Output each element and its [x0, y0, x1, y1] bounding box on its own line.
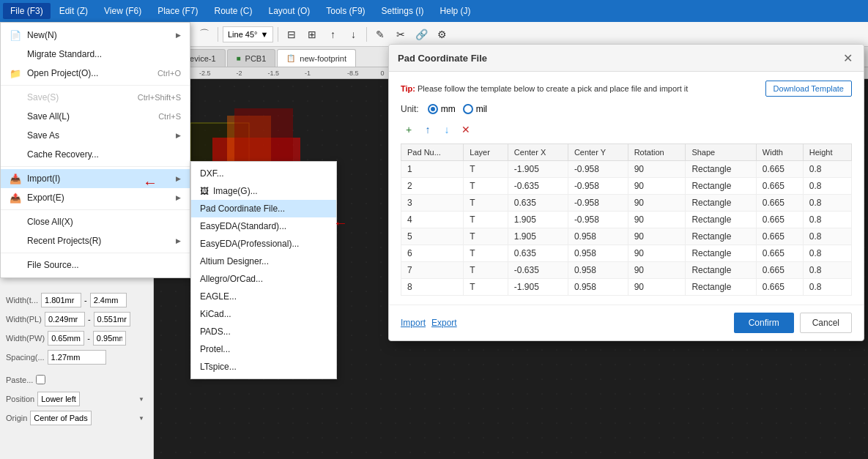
chevron-down-icon: ▼: [261, 30, 269, 39]
tab-pcb[interactable]: ■ PCB1: [227, 49, 276, 67]
mm-label: mm: [441, 104, 456, 114]
cell-shape-5: Rectangle: [686, 245, 756, 262]
dialog-title: Pad Coordinate File: [398, 53, 487, 64]
import-easyeda-std[interactable]: EasyEDA(Standard)...: [191, 217, 336, 235]
line-mode-dropdown[interactable]: Line 45° ▼: [223, 26, 273, 42]
file-menu-closeall[interactable]: Close All(X): [1, 212, 190, 231]
table-down-button[interactable]: ↓: [439, 122, 455, 138]
recent-icon: [10, 235, 21, 247]
file-menu-migrate[interactable]: Migrate Standard...: [1, 45, 190, 64]
file-menu-import[interactable]: 📥 Import(I): [1, 169, 190, 188]
unit-mil-radio[interactable]: mil: [463, 104, 487, 114]
file-menu-source[interactable]: File Source...: [1, 255, 190, 275]
cell-shape-2: Rectangle: [686, 195, 756, 212]
file-menu-saveall[interactable]: Save All(L) Ctrl+S: [1, 107, 190, 126]
file-menu-cache[interactable]: Cache Recovery...: [1, 145, 190, 164]
table-add-button[interactable]: +: [401, 122, 417, 138]
cell-shape-4: Rectangle: [686, 228, 756, 245]
import-altium[interactable]: Altium Designer...: [191, 253, 336, 270]
position-select-wrapper: Lower left: [37, 392, 147, 406]
table-row: 5 T 1.905 0.958 90 Rectangle 0.665 0.8: [401, 228, 852, 245]
import-allegro[interactable]: Allegro/OrCad...: [191, 270, 336, 288]
cell-w-6: 0.665: [756, 262, 803, 279]
file-menu-open[interactable]: 📁 Open Project(O)... Ctrl+O: [1, 64, 190, 83]
toolbar-btn-d[interactable]: ↓: [344, 26, 362, 43]
toolbar-btn-b[interactable]: ⊞: [303, 26, 321, 43]
cell-rot-4: 90: [628, 228, 686, 245]
file-sep-4: [1, 253, 190, 253]
import-easyeda-pro[interactable]: EasyEDA(Professional)...: [191, 235, 336, 253]
cell-layer-1: T: [464, 178, 508, 195]
toolbar-btn-settings[interactable]: ⚙: [433, 26, 450, 43]
menu-layout[interactable]: Layout (O): [261, 3, 318, 19]
cell-h-7: 0.8: [803, 279, 851, 296]
width-pw-label: Width(PW): [6, 334, 45, 343]
width-t-input2[interactable]: [90, 293, 127, 307]
file-menu-save[interactable]: Save(S) Ctrl+Shift+S: [1, 88, 190, 107]
origin-label: Origin: [6, 414, 27, 422]
menu-edit[interactable]: Edit (Z): [52, 3, 95, 19]
cell-shape-1: Rectangle: [686, 178, 756, 195]
width-t-input1[interactable]: [41, 293, 81, 307]
cell-shape-6: Rectangle: [686, 262, 756, 279]
import-eagle[interactable]: EAGLE...: [191, 288, 336, 305]
export-button[interactable]: Export: [431, 318, 457, 328]
paste-checkbox[interactable]: [36, 375, 45, 384]
toolbar-btn-a[interactable]: ⊟: [283, 26, 300, 43]
tab-footprint[interactable]: 📋 new-footprint: [277, 49, 356, 67]
position-select[interactable]: Lower left: [37, 392, 80, 406]
file-menu-new[interactable]: 📄 New(N): [1, 26, 190, 45]
image-icon: 🖼: [200, 186, 209, 196]
import-kicad[interactable]: KiCad...: [191, 305, 336, 323]
cell-w-4: 0.665: [756, 228, 803, 245]
menu-place[interactable]: Place (F7): [150, 3, 205, 19]
cancel-button[interactable]: Cancel: [800, 313, 852, 333]
unit-mm-radio[interactable]: mm: [428, 104, 456, 114]
import-button[interactable]: Import: [401, 318, 426, 328]
import-image[interactable]: 🖼 Image(G)...: [191, 182, 336, 200]
toolbar-btn-scissors[interactable]: ✂: [392, 26, 409, 43]
menu-file[interactable]: File (F3): [3, 3, 51, 19]
spacing-input[interactable]: [48, 350, 106, 365]
import-dxf-label: DXF...: [200, 168, 224, 179]
toolbar-btn-c[interactable]: ↑: [324, 26, 341, 43]
import-dxf[interactable]: DXF...: [191, 165, 336, 182]
table-up-button[interactable]: ↑: [420, 122, 436, 138]
menu-help[interactable]: Help (J): [433, 3, 478, 19]
file-menu-save-label: Save(S): [27, 92, 59, 102]
table-row: 7 T -0.635 0.958 90 Rectangle 0.665 0.8: [401, 262, 852, 279]
import-pads[interactable]: PADS...: [191, 323, 336, 340]
file-menu-export-label: Export(E): [27, 193, 64, 203]
menu-route[interactable]: Route (C): [207, 3, 260, 19]
toolbar-btn-link[interactable]: 🔗: [412, 26, 430, 43]
file-menu-saveas[interactable]: Save As: [1, 126, 190, 145]
th-rotation: Rotation: [628, 144, 686, 161]
width-pl-input2[interactable]: [94, 312, 130, 326]
import-ltspice[interactable]: LTspice...: [191, 358, 336, 376]
menu-tools[interactable]: Tools (F9): [319, 3, 372, 19]
width-pl-input1[interactable]: [45, 312, 85, 326]
menu-view[interactable]: View (F6): [97, 3, 149, 19]
download-template-button[interactable]: Download Template: [765, 81, 852, 97]
import-pad-coord[interactable]: Pad Coordinate File...: [191, 200, 336, 217]
toolbar-btn-arc[interactable]: ⌒: [196, 26, 213, 43]
import-protel[interactable]: Protel...: [191, 340, 336, 358]
file-menu-recent[interactable]: Recent Projects(R): [1, 231, 190, 250]
file-sep-1: [1, 85, 190, 86]
dialog-close-button[interactable]: ✕: [840, 51, 855, 65]
cell-layer-4: T: [464, 228, 508, 245]
closeall-icon: [10, 216, 21, 228]
file-menu-export[interactable]: 📤 Export(E): [1, 188, 190, 207]
table-delete-button[interactable]: ✕: [458, 122, 474, 138]
width-pw-input2[interactable]: [93, 331, 126, 346]
confirm-button[interactable]: Confirm: [734, 313, 794, 333]
cell-layer-5: T: [464, 245, 508, 262]
cell-shape-0: Rectangle: [686, 161, 756, 178]
width-pw-input1[interactable]: [48, 331, 84, 346]
toolbar-btn-pencil[interactable]: ✎: [371, 26, 389, 43]
spacing-label: Spacing(...: [6, 353, 45, 362]
cell-layer-6: T: [464, 262, 508, 279]
origin-select[interactable]: Center of Pads: [30, 411, 92, 425]
position-label: Position: [6, 395, 34, 403]
menu-settings[interactable]: Settings (I): [374, 3, 431, 19]
